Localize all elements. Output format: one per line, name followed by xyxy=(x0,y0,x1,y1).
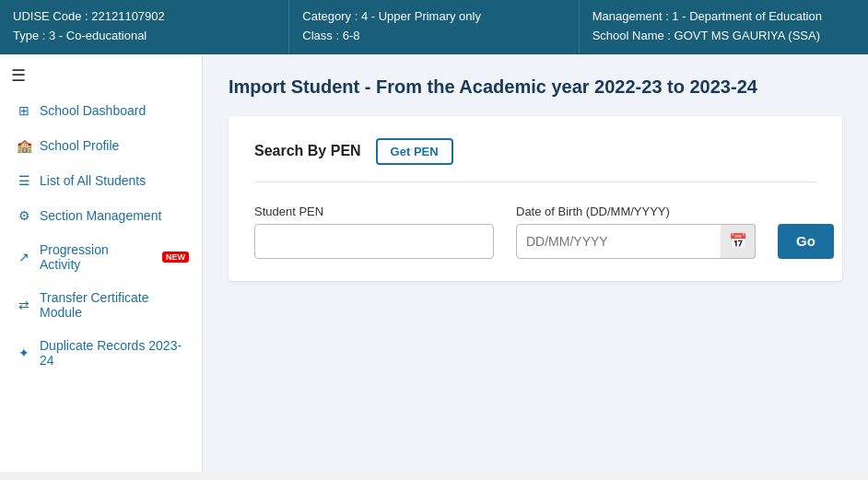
sidebar-item-duplicate-records[interactable]: ✦ Duplicate Records 2023-24 xyxy=(0,329,202,377)
header-category: Category : 4 - Upper Primary only Class … xyxy=(289,0,579,53)
sidebar-label-transfer-certificate: Transfer Certificate Module xyxy=(40,290,189,320)
header-management: Management : 1 - Department of Education… xyxy=(580,0,868,53)
student-pen-label: Student PEN xyxy=(254,205,494,218)
search-by-pen-row: Search By PEN Get PEN xyxy=(254,138,816,182)
dob-input[interactable] xyxy=(516,224,756,259)
get-pen-button[interactable]: Get PEN xyxy=(376,138,453,165)
dob-label: Date of Birth (DD/MM/YYYY) xyxy=(516,205,756,218)
calendar-icon[interactable]: 📅 xyxy=(721,224,756,259)
sidebar-label-school-profile: School Profile xyxy=(40,138,119,153)
form-row: Student PEN Date of Birth (DD/MM/YYYY) 📅… xyxy=(254,205,816,259)
profile-icon: 🏫 xyxy=(16,137,32,154)
sidebar-item-transfer-certificate[interactable]: ⇄ Transfer Certificate Module xyxy=(0,281,202,329)
date-input-wrapper: 📅 xyxy=(516,224,756,259)
dashboard-icon: ⊞ xyxy=(16,102,32,119)
import-student-card: Search By PEN Get PEN Student PEN Date o… xyxy=(229,116,842,281)
sidebar-label-list-all-students: List of All Students xyxy=(40,173,146,188)
category-text: Category : 4 - Upper Primary only xyxy=(302,7,565,27)
section-icon: ⚙ xyxy=(16,207,32,224)
school-name-text: School Name : GOVT MS GAURIYA (SSA) xyxy=(592,27,855,46)
sidebar-item-school-profile[interactable]: 🏫 School Profile xyxy=(0,128,202,163)
student-pen-group: Student PEN xyxy=(254,205,494,259)
content-area: Import Student - From the Academic year … xyxy=(203,54,868,472)
go-button[interactable]: Go xyxy=(778,224,834,259)
student-pen-input[interactable] xyxy=(254,224,494,259)
progression-icon: ↗ xyxy=(16,249,32,265)
sidebar-item-progression-activity[interactable]: ↗ Progression Activity NEW xyxy=(0,233,202,281)
duplicate-icon: ✦ xyxy=(16,345,32,361)
school-type: Type : 3 - Co-educational xyxy=(13,27,276,46)
class-text: Class : 6-8 xyxy=(302,27,565,46)
transfer-icon: ⇄ xyxy=(16,297,32,313)
sidebar: ☰ ⊞ School Dashboard 🏫 School Profile ☰ … xyxy=(0,54,203,472)
sidebar-item-section-management[interactable]: ⚙ Section Management xyxy=(0,198,202,233)
sidebar-label-progression-activity: Progression Activity xyxy=(40,242,151,272)
udise-code: UDISE Code : 22121107902 xyxy=(13,7,276,27)
sidebar-label-duplicate-records: Duplicate Records 2023-24 xyxy=(40,338,189,368)
dob-group: Date of Birth (DD/MM/YYYY) 📅 xyxy=(516,205,756,259)
new-badge: NEW xyxy=(162,252,189,263)
search-by-pen-label: Search By PEN xyxy=(254,143,361,159)
list-icon: ☰ xyxy=(16,172,32,189)
sidebar-item-list-all-students[interactable]: ☰ List of All Students xyxy=(0,163,202,198)
sidebar-label-section-management: Section Management xyxy=(40,208,161,223)
sidebar-label-school-dashboard: School Dashboard xyxy=(40,103,146,118)
sidebar-item-school-dashboard[interactable]: ⊞ School Dashboard xyxy=(0,93,202,128)
management-text: Management : 1 - Department of Education xyxy=(592,7,855,27)
top-header: UDISE Code : 22121107902 Type : 3 - Co-e… xyxy=(0,0,868,54)
sidebar-toggle[interactable]: ☰ xyxy=(0,58,202,93)
main-layout: ☰ ⊞ School Dashboard 🏫 School Profile ☰ … xyxy=(0,54,868,472)
header-udise: UDISE Code : 22121107902 Type : 3 - Co-e… xyxy=(0,0,289,53)
page-title: Import Student - From the Academic year … xyxy=(229,76,842,98)
